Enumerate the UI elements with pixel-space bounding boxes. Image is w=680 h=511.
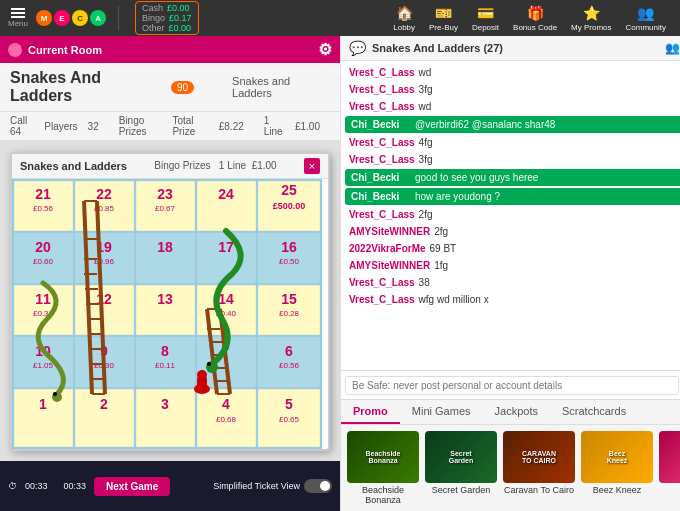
timer-area: ⏱ 00:33 00:33 [8, 481, 86, 491]
simplified-toggle-area: Simplified Ticket View [213, 479, 332, 493]
svg-text:£0.56: £0.56 [33, 204, 54, 213]
room-settings-icon[interactable]: ⚙ [318, 40, 332, 59]
svg-text:23: 23 [157, 186, 173, 202]
game-thumb-text: BeachsideBonanza [363, 448, 402, 466]
call-badge: 90 [171, 81, 194, 94]
close-popup-button[interactable]: × [304, 158, 320, 174]
mypromos-icon: ⭐ [582, 4, 600, 22]
msg-text: 38 [419, 277, 430, 288]
chat-message: Vrest_C_Lass2fg [345, 207, 680, 222]
game-thumb-label: Secret Garden [432, 485, 491, 495]
msg-text: 2fg [419, 209, 433, 220]
tab-jackpots[interactable]: Jackpots [483, 400, 550, 424]
tab-bar: PromoMini GamesJackpotsScratchcards🔍 [341, 400, 680, 425]
game-thumb-bounce[interactable]: Boun...Boun... [659, 431, 680, 505]
game-title: Snakes And Ladders [10, 69, 163, 105]
prizes-label: Bingo Prizes [119, 115, 163, 137]
lobby-button[interactable]: 🏠 Lobby [387, 2, 421, 34]
chat-message: Chi_Beckihow are youdong ? [345, 188, 680, 205]
deposit-button[interactable]: 💳 Deposit [466, 2, 505, 34]
prize-label: Total Prize [172, 115, 208, 137]
timer-value: 00:33 [25, 481, 48, 491]
chat-message: Vrest_C_Lasswfg wd million x [345, 292, 680, 307]
msg-text: wd [419, 101, 432, 112]
tab-mini-games[interactable]: Mini Games [400, 400, 483, 424]
msg-text: 1fg [434, 260, 448, 271]
svg-text:£500.00: £500.00 [273, 201, 306, 211]
next-game-button[interactable]: Next Game [94, 477, 170, 496]
svg-text:1: 1 [39, 396, 47, 412]
menu-label: Menu [8, 19, 28, 28]
logo-m: M [36, 10, 52, 26]
game-thumb-secret-garden[interactable]: SecretGardenSecret Garden [425, 431, 497, 505]
svg-text:£0.65: £0.65 [279, 415, 300, 424]
menu-button[interactable]: Menu [8, 8, 28, 28]
game-thumb-image: BeachsideBonanza [347, 431, 419, 483]
deposit-icon: 💳 [477, 4, 495, 22]
right-panel: 💬 Snakes And Ladders (27) 👥 🎁 ⚙ ☰ Vrest_… [340, 36, 680, 511]
mypromos-button[interactable]: ⭐ My Promos [565, 2, 617, 34]
msg-name: Vrest_C_Lass [349, 137, 415, 148]
popup-prizes: Bingo Prizes 1 Line £1.00 [154, 160, 276, 171]
msg-text: 4fg [419, 137, 433, 148]
line-label: 1 Line [264, 115, 285, 137]
chat-icon-group: 👥 🎁 ⚙ ☰ [665, 41, 680, 55]
nav-icon-group: 🏠 Lobby 🎫 Pre-Buy 💳 Deposit 🎁 Bonus Code… [387, 2, 672, 34]
chat-header: 💬 Snakes And Ladders (27) 👥 🎁 ⚙ ☰ [341, 36, 680, 61]
msg-name: Chi_Becki [351, 172, 411, 183]
game-thumb-beez[interactable]: BeezKneezBeez Kneez [581, 431, 653, 505]
svg-text:24: 24 [218, 186, 234, 202]
other-label: Other [142, 23, 165, 33]
svg-text:13: 13 [157, 291, 173, 307]
chat-users-icon[interactable]: 👥 [665, 41, 680, 55]
svg-text:£0.68: £0.68 [216, 415, 237, 424]
svg-text:4: 4 [222, 396, 230, 412]
tab-promo[interactable]: Promo [341, 400, 400, 424]
room-header: Current Room ⚙ [0, 36, 340, 63]
chat-message: AMYSiteWINNER1fg📱 [345, 258, 680, 273]
logo: M E C A [36, 10, 106, 26]
popup-title: Snakes and Ladders [20, 160, 127, 172]
timer2: 00:33 [64, 481, 87, 491]
chat-message: Vrest_C_Lasswd [345, 99, 680, 114]
msg-text: @verbirdi62 @sanalanc shar48 [415, 119, 555, 130]
chat-message: Vrest_C_Lass38 [345, 275, 680, 290]
chat-message: AMYSiteWINNER2fg📱 [345, 224, 680, 239]
game-thumb-bonanza[interactable]: BeachsideBonanzaBeachside Bonanza [347, 431, 419, 505]
snakes-board: 21 £0.56 22 £0.85 23 £0.67 24 25 £500.00… [12, 179, 322, 449]
svg-text:£0.28: £0.28 [279, 309, 300, 318]
games-grid: BeachsideBonanzaBeachside BonanzaSecretG… [341, 425, 680, 511]
community-button[interactable]: 👥 Community [620, 2, 672, 34]
cash-label: Cash [142, 3, 163, 13]
game-thumb-image: CARAVANTO CAIRO [503, 431, 575, 483]
svg-text:21: 21 [35, 186, 51, 202]
chat-message: Vrest_C_Lass3fg [345, 82, 680, 97]
svg-text:£1.05: £1.05 [33, 361, 54, 370]
board-svg: 21 £0.56 22 £0.85 23 £0.67 24 25 £500.00… [12, 179, 322, 449]
msg-name: 2022VikraForMe [349, 243, 426, 254]
msg-name: Chi_Becki [351, 119, 411, 130]
popup-header: Snakes and Ladders Bingo Prizes 1 Line £… [12, 154, 328, 179]
bonuscode-button[interactable]: 🎁 Bonus Code [507, 2, 563, 34]
svg-text:£0.50: £0.50 [279, 257, 300, 266]
svg-text:8: 8 [161, 343, 169, 359]
players-label: Players [44, 121, 77, 132]
chat-input[interactable] [345, 376, 679, 395]
svg-text:£0.67: £0.67 [155, 204, 176, 213]
svg-point-91 [207, 362, 211, 366]
game-thumb-caravan[interactable]: CARAVANTO CAIROCaravan To Cairo [503, 431, 575, 505]
prebuy-button[interactable]: 🎫 Pre-Buy [423, 2, 464, 34]
tab-scratchcards[interactable]: Scratchcards [550, 400, 638, 424]
simplified-toggle-switch[interactable] [304, 479, 332, 493]
bingo-popup: Snakes and Ladders Bingo Prizes 1 Line £… [10, 152, 330, 451]
msg-text: wfg wd million x [419, 294, 489, 305]
svg-text:3: 3 [161, 396, 169, 412]
svg-text:16: 16 [281, 239, 297, 255]
room-label: Current Room [28, 44, 102, 56]
svg-text:2: 2 [100, 396, 108, 412]
svg-text:£0.96: £0.96 [94, 257, 115, 266]
chat-message: Vrest_C_Lass4fg [345, 135, 680, 150]
players-count: 32 [88, 121, 99, 132]
msg-name: Vrest_C_Lass [349, 209, 415, 220]
simplified-label: Simplified Ticket View [213, 481, 300, 491]
